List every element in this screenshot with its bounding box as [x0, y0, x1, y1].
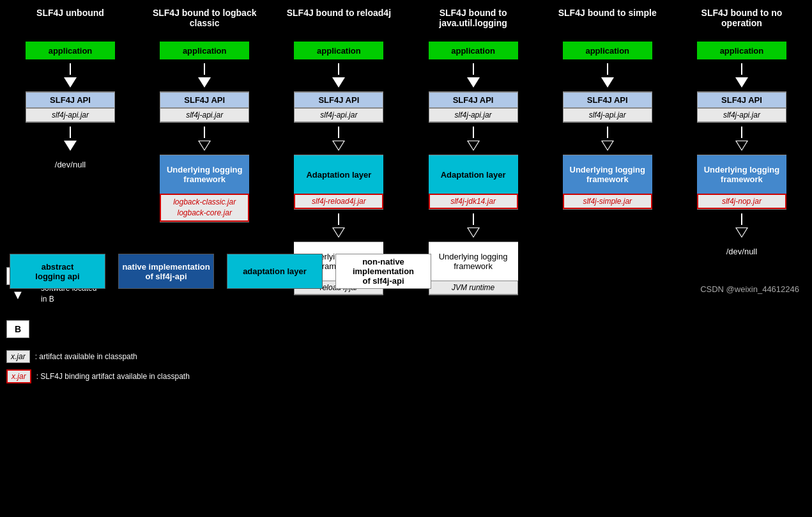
col-simple: SLF4J bound to simple application SLF4J … — [547, 6, 668, 295]
col2-slf4j-group: SLF4J API slf4j-api.jar — [160, 91, 249, 123]
col4-slf4j-group: SLF4J API slf4j-api.jar — [429, 91, 518, 123]
legend-jar-normal-label: x.jar — [6, 350, 30, 363]
col6-slf4j-group: SLF4J API slf4j-api.jar — [697, 91, 786, 123]
col2-middle-group: Underlying logging framework logback-cla… — [160, 155, 249, 222]
col2-middle-jar: logback-classic.jar logback-core.jar — [160, 194, 249, 222]
bl-abstract-api: abstract logging api — [10, 254, 105, 289]
col2-arrow1-line — [204, 63, 205, 75]
col4-arrow3-tri — [467, 228, 480, 238]
col4-arrow3-line — [473, 213, 474, 225]
col1-arrow2-tri — [64, 141, 77, 151]
col5-middle-group: Underlying logging framework slf4j-simpl… — [563, 155, 652, 210]
bl-non-native-impl: non-native implementation of slf4j-api — [335, 254, 431, 289]
col3-arrow3-line — [338, 213, 339, 225]
col5-arrow1-tri — [601, 77, 614, 88]
col2-app-box: application — [160, 42, 249, 59]
col5-title: SLF4J bound to simple — [547, 6, 668, 42]
legend-jar-normal-text: : artifact available in classpath — [35, 352, 137, 361]
col3-arrow2-line — [338, 127, 339, 138]
col6-middle-box: Underlying logging framework — [697, 155, 786, 194]
col6-arrow1-line — [741, 63, 742, 75]
col2-arrow2-line — [204, 127, 205, 138]
col4-bottom-jar: JVM runtime — [429, 281, 518, 295]
col4-middle-box: Adaptation layer — [429, 155, 518, 194]
col1-arrow1-tri — [64, 77, 77, 88]
col6-middle-jar: slf4j-nop.jar — [697, 194, 786, 209]
col6-arrow2-line — [741, 127, 742, 138]
col3-arrow2-tri — [332, 141, 345, 151]
col3-middle-box: Adaptation layer — [294, 155, 383, 194]
col4-arrow2-line — [473, 127, 474, 138]
col6-app-box: application — [697, 42, 786, 59]
legend-jar-binding-text: : SLF4J binding artifact available in cl… — [36, 372, 190, 381]
col3-arrow1-tri — [332, 77, 345, 88]
col-nop: SLF4J bound to no operation application … — [681, 6, 802, 295]
col5-arrow1-line — [607, 63, 608, 75]
col5-app-box: application — [563, 42, 652, 59]
col1-title: SLF4J unbound — [10, 6, 131, 42]
col4-middle-jar: slf4j-jdk14.jar — [429, 194, 518, 209]
col6-middle-group: Underlying logging framework slf4j-nop.j… — [697, 155, 786, 210]
col4-arrow1-line — [473, 63, 474, 75]
col3-slf4j-label: SLF4J API — [294, 92, 383, 108]
col6-arrow3-line — [741, 213, 742, 225]
col6-arrow2-tri — [735, 141, 748, 151]
legend-box-b: B — [6, 320, 29, 338]
col3-slf4j-jar: slf4j-api.jar — [294, 108, 383, 122]
col5-arrow2-line — [607, 127, 608, 138]
watermark: CSDN @weixin_44612246 — [700, 284, 799, 294]
col1-devnull: /dev/null — [55, 155, 86, 174]
col4-app-box: application — [429, 42, 518, 59]
col4-middle-group: Adaptation layer slf4j-jdk14.jar — [429, 155, 518, 210]
col1-slf4j-jar: slf4j-api.jar — [26, 108, 115, 122]
col1-app-box: application — [26, 42, 115, 59]
col1-arrow1-line — [70, 63, 71, 75]
col5-slf4j-label: SLF4J API — [563, 92, 652, 108]
legend-jar-binding-label: x.jar — [6, 369, 31, 383]
col3-middle-jar: slf4j-reload4j.jar — [294, 194, 383, 209]
main-container: SLF4J unbound application SLF4J API slf4… — [0, 0, 812, 302]
col6-devnull: /dev/null — [726, 242, 757, 261]
col6-arrow1-tri — [735, 77, 748, 88]
col5-slf4j-jar: slf4j-api.jar — [563, 108, 652, 122]
col1-slf4j-group: SLF4J API slf4j-api.jar — [26, 91, 115, 123]
col3-arrow3-tri — [332, 228, 345, 238]
col3-title: SLF4J bound to reload4j — [278, 6, 399, 42]
col5-arrow2-tri — [601, 141, 614, 151]
legend-jar-normal-item: x.jar : artifact available in classpath — [6, 350, 190, 363]
legend-jar-area: x.jar : artifact available in classpath … — [6, 350, 190, 383]
col4-bottom-group: Underlying logging framework JVM runtime — [429, 242, 518, 295]
col4-slf4j-jar: slf4j-api.jar — [429, 108, 518, 122]
col6-arrow3-tri — [735, 228, 748, 238]
col2-arrow2-tri — [198, 141, 211, 151]
col4-slf4j-label: SLF4J API — [429, 92, 518, 108]
col1-arrow2-line — [70, 127, 71, 138]
col3-arrow1-line — [338, 63, 339, 75]
col4-bottom-box: Underlying logging framework — [429, 242, 518, 281]
col5-slf4j-group: SLF4J API slf4j-api.jar — [563, 91, 652, 123]
legend-jar-binding-item: x.jar : SLF4J binding artifact available… — [6, 369, 190, 383]
bottom-legend: abstract logging api native implementati… — [3, 244, 438, 292]
bl-adaptation-layer: adaptation layer — [227, 254, 323, 289]
col3-slf4j-group: SLF4J API slf4j-api.jar — [294, 91, 383, 123]
col4-arrow2-tri — [467, 141, 480, 151]
col3-middle-group: Adaptation layer slf4j-reload4j.jar — [294, 155, 383, 210]
col4-arrow1-tri — [467, 77, 480, 88]
col2-slf4j-jar: slf4j-api.jar — [160, 108, 249, 122]
col2-slf4j-label: SLF4J API — [160, 92, 249, 108]
col2-middle-box: Underlying logging framework — [160, 155, 249, 194]
col5-middle-jar: slf4j-simple.jar — [563, 194, 652, 209]
col1-slf4j-label: SLF4J API — [26, 92, 115, 108]
col2-arrow1-tri — [198, 77, 211, 88]
col6-title: SLF4J bound to no operation — [681, 6, 802, 42]
col4-title: SLF4J bound to java.util.logging — [413, 6, 534, 42]
col5-middle-box: Underlying logging framework — [563, 155, 652, 194]
col3-app-box: application — [294, 42, 383, 59]
col2-title: SLF4J bound to logback classic — [144, 6, 265, 42]
col6-slf4j-label: SLF4J API — [697, 92, 786, 108]
col6-slf4j-jar: slf4j-api.jar — [697, 108, 786, 122]
bl-native-impl: native implementation of slf4j-api — [118, 254, 214, 289]
